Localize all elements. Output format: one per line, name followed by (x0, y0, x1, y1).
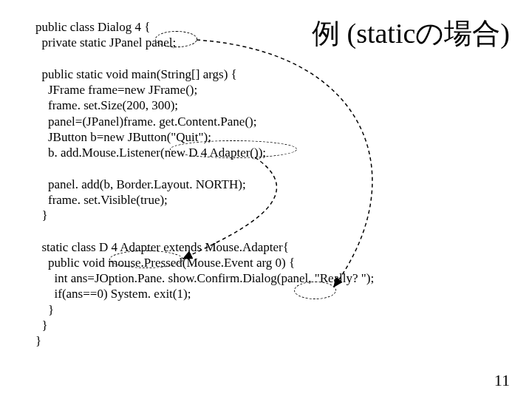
code-block: public class Dialog 4 { private static J… (35, 19, 374, 349)
code-line: public class Dialog 4 { (35, 20, 150, 34)
code-line: panel. add(b, Border.Layout. NORTH); (35, 177, 246, 191)
oval-annotation (170, 140, 297, 158)
oval-annotation (155, 31, 197, 47)
code-line: } (35, 334, 41, 348)
code-line: JFrame frame=new JFrame(); (35, 83, 197, 97)
code-line: frame. set.Visible(true); (35, 193, 168, 207)
code-line: if(ans==0) System. exit(1); (35, 287, 191, 301)
oval-annotation (109, 250, 183, 268)
oval-annotation (294, 282, 336, 299)
code-line: public static void main(String[] args) { (35, 67, 237, 81)
code-line: } (35, 208, 48, 222)
code-line: } (35, 318, 48, 332)
code-line: JButton b=new JButton("Quit"); (35, 130, 211, 144)
code-line: panel=(JPanel)frame. get.Content.Pane(); (35, 115, 256, 129)
code-line: frame. set.Size(200, 300); (35, 98, 178, 112)
code-line: } (35, 303, 54, 317)
page-number: 11 (494, 371, 510, 390)
